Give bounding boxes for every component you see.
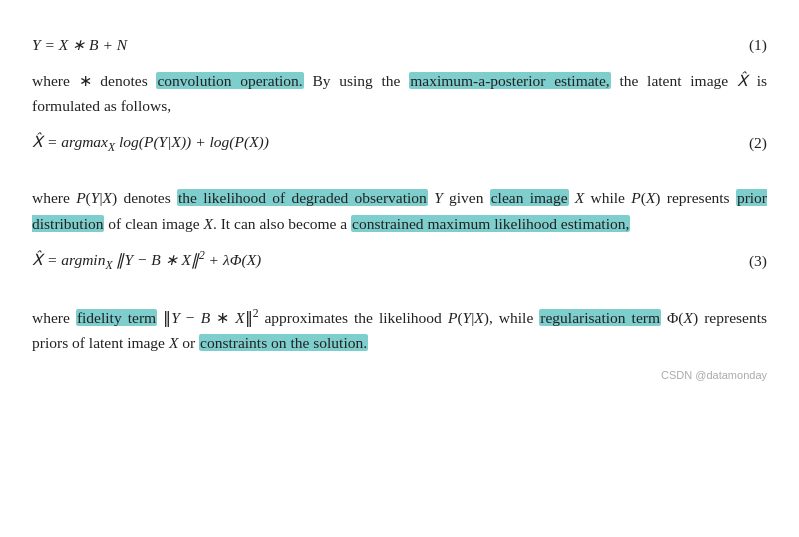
highlight-likelihood: the likelihood of degraded observation <box>177 189 428 206</box>
highlight-map: maximum-a-posterior estimate, <box>409 72 610 89</box>
eq2-content: X̂ = argmaxX log(P(Y|X)) + log(P(X)) <box>32 129 737 157</box>
eq1-content: Y = X ∗ B + N <box>32 32 737 58</box>
eq3-content: X̂ = argminX ‖Y − B ∗ X‖2 + λΦ(X) <box>32 246 737 275</box>
eq2-number: (2) <box>737 130 767 156</box>
paragraph-1: where ∗ denotes convolution operation. B… <box>32 68 767 119</box>
highlight-fidelity: fidelity term <box>76 309 157 326</box>
highlight-clean-image: clean image <box>490 189 569 206</box>
paragraph-2: where P(Y|X) denotes the likelihood of d… <box>32 185 767 236</box>
highlight-constraints: constraints on the solution. <box>199 334 368 351</box>
equation-1: Y = X ∗ B + N (1) <box>32 32 767 58</box>
eq1-number: (1) <box>737 32 767 58</box>
equation-3: X̂ = argminX ‖Y − B ∗ X‖2 + λΦ(X) (3) <box>32 246 767 275</box>
highlight-convolution: convolution operation. <box>156 72 303 89</box>
paragraph-3: where fidelity term ‖Y − B ∗ X‖2 approxi… <box>32 304 767 356</box>
equation-2: X̂ = argmaxX log(P(Y|X)) + log(P(X)) (2) <box>32 129 767 157</box>
highlight-constrained: constrained maximum likelihood estimatio… <box>351 215 630 232</box>
eq3-number: (3) <box>737 248 767 274</box>
highlight-regularisation: regularisation term <box>539 309 661 326</box>
watermark: CSDN @datamonday <box>32 366 767 384</box>
